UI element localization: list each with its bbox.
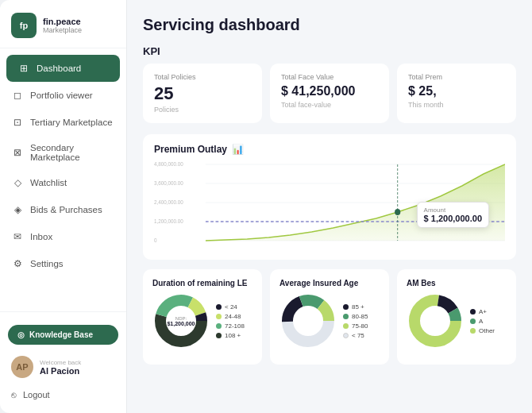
main-content: Servicing dashboard KPI Total Policies 2… <box>127 0 532 413</box>
legend-dot <box>343 333 349 338</box>
chart-title: Premium Outlay <box>154 144 227 155</box>
sidebar-item-inbox[interactable]: ✉ Inbox <box>0 223 126 250</box>
legend-dot <box>343 323 349 329</box>
legend-item: 108 + <box>216 332 245 339</box>
logout-button[interactable]: ⎋ Logout <box>0 384 126 405</box>
donut-wrapper-duration: NDP: $1,200,000 <box>152 292 210 349</box>
donut-content-am: A+ A Other <box>407 292 507 349</box>
watchlist-icon: ◇ <box>11 176 24 189</box>
welcome-text: Welcome back <box>40 359 81 366</box>
legend-label: < 24 <box>225 303 237 311</box>
user-section: AP Welcome back Al Pacion <box>0 349 126 384</box>
legend-dot <box>216 314 222 319</box>
sidebar-item-label: Bids & Purchases <box>30 205 102 214</box>
kpi-value-premium: $ 25, <box>408 84 505 98</box>
chart-filter-icon[interactable]: 📊 <box>232 144 244 155</box>
sidebar-item-tertiary[interactable]: ⊡ Tertiary Marketplace <box>0 109 126 136</box>
donut-card-duration: Duration of remaining LE NDP: $1,200 <box>143 269 262 365</box>
logout-icon: ⎋ <box>11 390 17 399</box>
sidebar-item-portfolio[interactable]: ◻ Portfolio viewer <box>0 82 126 109</box>
legend-dot <box>216 333 222 338</box>
donut-center-duration: NDP: $1,200,000 <box>167 316 195 326</box>
knowledge-base-icon: ◎ <box>17 330 25 339</box>
legend-label: A+ <box>479 308 487 315</box>
inbox-icon: ✉ <box>11 230 24 243</box>
legend-item: 80-85 <box>343 313 368 320</box>
sidebar-item-label: Portfolio viewer <box>30 91 93 100</box>
legend-label: 108 + <box>225 332 241 339</box>
legend-dot <box>470 309 476 315</box>
sidebar-item-watchlist[interactable]: ◇ Watchlist <box>0 169 126 196</box>
donut-center-val: $1,200,000 <box>167 321 195 326</box>
donut-content-duration: NDP: $1,200,000 < 24 24-48 72 <box>152 292 253 349</box>
donut-svg-age <box>279 292 337 349</box>
logo-area: fp fin.peace Marketplace <box>0 0 126 48</box>
sidebar-item-label: Secondary Marketplace <box>30 143 115 162</box>
dashboard-icon: ⊞ <box>17 62 30 75</box>
kpi-sub-face-value: Total face-value <box>281 101 378 109</box>
kpi-section-label: KPI <box>143 45 516 57</box>
tooltip-value: $ 1,200,000.00 <box>424 214 482 223</box>
donut-title-age: Average Insured Age <box>279 279 380 288</box>
kpi-sub-policies: Policies <box>154 106 251 114</box>
legend-item: < 24 <box>216 303 245 311</box>
chart-title-row: Premium Outlay 📊 <box>154 144 505 155</box>
legend-am: A+ A Other <box>470 308 495 334</box>
legend-age: 85 + 80-85 75-80 < 75 <box>343 303 368 339</box>
chart-tooltip: Amount $ 1,200,000.00 <box>417 202 489 228</box>
legend-item: 85 + <box>343 303 368 311</box>
legend-label: 80-85 <box>352 313 368 320</box>
app-subtitle: Marketplace <box>43 26 82 34</box>
y-label-1: 4,800,000.00 <box>154 161 183 167</box>
donut-content-age: 85 + 80-85 75-80 < 75 <box>279 292 380 349</box>
legend-label: 24-48 <box>225 313 241 320</box>
premium-outlay-card: Premium Outlay 📊 4,800,000.00 3,600,000.… <box>143 134 516 260</box>
donut-wrapper-am <box>407 292 464 349</box>
sidebar-nav: ⊞ Dashboard ◻ Portfolio viewer ⊡ Tertiar… <box>0 48 126 311</box>
kpi-title-premium: Total Prem <box>408 73 505 81</box>
kpi-title-face-value: Total Face Value <box>281 73 378 81</box>
kpi-card-premium: Total Prem $ 25, This month <box>397 64 516 123</box>
sidebar-item-dashboard[interactable]: ⊞ Dashboard <box>6 55 120 82</box>
y-label-3: 2,400,000.00 <box>154 199 183 205</box>
donut-title-duration: Duration of remaining LE <box>152 279 253 288</box>
sidebar-item-secondary[interactable]: ⊠ Secondary Marketplace <box>0 136 126 169</box>
tooltip-label: Amount <box>424 206 482 214</box>
legend-label: Other <box>479 327 495 334</box>
tertiary-icon: ⊡ <box>11 116 24 129</box>
sidebar-item-bids[interactable]: ◈ Bids & Purchases <box>0 196 126 223</box>
y-label-2: 3,600,000.00 <box>154 180 183 186</box>
legend-item: 72-108 <box>216 322 245 330</box>
bids-icon: ◈ <box>11 203 24 216</box>
kpi-title-policies: Total Policies <box>154 73 251 81</box>
knowledge-base-button[interactable]: ◎ Knowledge Base <box>8 325 118 345</box>
donut-svg-am <box>407 292 464 349</box>
legend-label: 75-80 <box>352 322 368 330</box>
premium-outlay-svg: 4,800,000.00 3,600,000.00 2,400,000.00 1… <box>154 158 505 244</box>
portfolio-icon: ◻ <box>11 89 24 102</box>
donut-card-am: AM Bes A+ <box>397 269 516 365</box>
legend-item: A <box>470 318 495 325</box>
donut-card-age: Average Insured Age 85 + <box>270 269 389 365</box>
sidebar-bottom: ◎ Knowledge Base AP Welcome back Al Paci… <box>0 311 126 413</box>
logo-icon: fp <box>11 13 37 38</box>
kpi-row: Total Policies 25 Policies Total Face Va… <box>143 64 516 123</box>
sidebar-item-label: Inbox <box>30 232 52 241</box>
legend-label: 72-108 <box>225 322 245 330</box>
sidebar-item-label: Settings <box>30 259 64 268</box>
logo-text: fin.peace Marketplace <box>43 17 82 34</box>
legend-label: A <box>479 318 483 325</box>
sidebar-item-settings[interactable]: ⚙ Settings <box>0 250 126 277</box>
sidebar-item-label: Watchlist <box>30 178 67 187</box>
legend-item: < 75 <box>343 332 368 339</box>
legend-dot <box>470 328 476 334</box>
legend-item: A+ <box>470 308 495 315</box>
kpi-sub-premium: This month <box>408 101 505 109</box>
kpi-value-face-value: $ 41,250,000 <box>281 84 378 98</box>
y-label-5: 0 <box>154 237 157 243</box>
settings-icon: ⚙ <box>11 257 24 270</box>
sidebar: fp fin.peace Marketplace ⊞ Dashboard ◻ P… <box>0 0 127 413</box>
logout-label: Logout <box>23 390 50 399</box>
secondary-icon: ⊠ <box>11 146 24 159</box>
avatar: AP <box>11 356 33 378</box>
